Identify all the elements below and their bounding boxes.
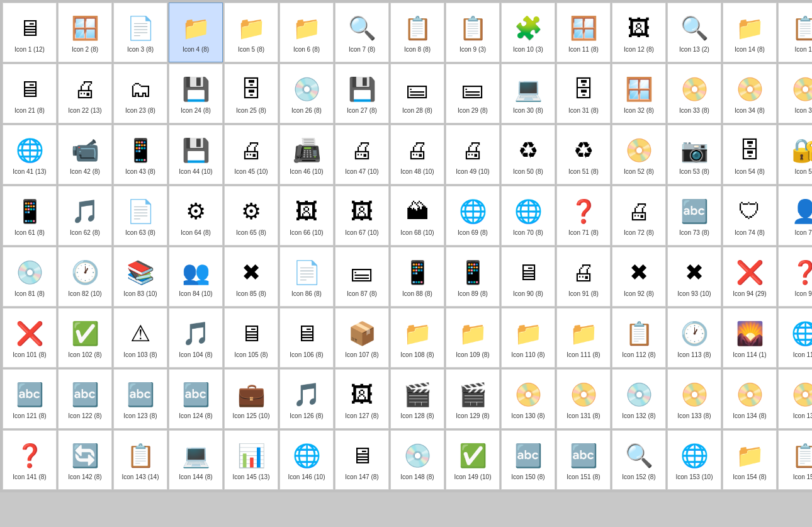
- icon-cell-29[interactable]: 🖴Icon 29 (8): [446, 64, 500, 123]
- icon-cell-128[interactable]: 🎬Icon 128 (8): [390, 369, 444, 429]
- icon-cell-130[interactable]: 📀Icon 130 (8): [501, 369, 555, 429]
- icon-cell-65[interactable]: ⚙Icon 65 (8): [224, 186, 278, 246]
- icon-cell-12[interactable]: 🖼Icon 12 (8): [612, 3, 666, 62]
- icon-cell-42[interactable]: 📹Icon 42 (8): [58, 125, 112, 184]
- icon-cell-146[interactable]: 🌐Icon 146 (10): [279, 430, 334, 490]
- icon-cell-27[interactable]: 💾Icon 27 (8): [335, 64, 389, 123]
- icon-cell-28[interactable]: 🖴Icon 28 (8): [390, 64, 444, 123]
- icon-cell-114[interactable]: 🌄Icon 114 (1): [723, 308, 777, 368]
- icon-cell-111[interactable]: 📁Icon 111 (8): [556, 308, 611, 368]
- icon-cell-63[interactable]: 📄Icon 63 (8): [113, 186, 167, 246]
- icon-cell-10[interactable]: 🧩Icon 10 (3): [501, 3, 555, 62]
- icon-cell-45[interactable]: 🖨Icon 45 (10): [224, 125, 278, 184]
- icon-cell-21[interactable]: 🖥Icon 21 (8): [3, 64, 57, 123]
- icon-cell-8[interactable]: 📋Icon 8 (8): [390, 3, 444, 62]
- icon-cell-43[interactable]: 📱Icon 43 (8): [113, 125, 167, 184]
- icon-cell-69[interactable]: 🌐Icon 69 (8): [446, 186, 500, 246]
- icon-cell-72[interactable]: 🖨Icon 72 (8): [612, 186, 666, 246]
- icon-cell-74[interactable]: 🛡Icon 74 (8): [723, 186, 777, 246]
- icon-cell-112[interactable]: 📋Icon 112 (8): [612, 308, 666, 368]
- icon-cell-55[interactable]: 🔐Icon 55: [778, 125, 812, 184]
- icon-cell-14[interactable]: 📁Icon 14 (8): [723, 3, 777, 62]
- icon-cell-103[interactable]: ⚠Icon 103 (8): [113, 308, 167, 368]
- icon-cell-85[interactable]: ✖Icon 85 (8): [224, 247, 278, 307]
- icon-cell-49[interactable]: 🖨Icon 49 (10): [446, 125, 500, 184]
- icon-cell-147[interactable]: 🖥Icon 147 (8): [335, 430, 389, 490]
- icon-cell-50[interactable]: ♻Icon 50 (8): [501, 125, 555, 184]
- icon-cell-131[interactable]: 📀Icon 131 (8): [556, 369, 611, 429]
- icon-cell-75[interactable]: 👤Icon 75: [778, 186, 812, 246]
- icon-cell-71[interactable]: ❓Icon 71 (8): [556, 186, 611, 246]
- icon-cell-105[interactable]: 🖥Icon 105 (8): [224, 308, 278, 368]
- icon-cell-124[interactable]: 🔤Icon 124 (8): [169, 369, 223, 429]
- icon-cell-90[interactable]: 🖥Icon 90 (8): [501, 247, 555, 307]
- icon-cell-31[interactable]: 🗄Icon 31 (8): [556, 64, 611, 123]
- icon-cell-141[interactable]: ❓Icon 141 (8): [3, 430, 57, 490]
- icon-cell-83[interactable]: 📚Icon 83 (10): [113, 247, 167, 307]
- icon-cell-121[interactable]: 🔤Icon 121 (8): [3, 369, 57, 429]
- icon-cell-70[interactable]: 🌐Icon 70 (8): [501, 186, 555, 246]
- icon-cell-92[interactable]: ✖Icon 92 (8): [612, 247, 666, 307]
- icon-cell-113[interactable]: 🕐Icon 113 (8): [667, 308, 721, 368]
- icon-cell-155[interactable]: 📋Icon 155: [778, 430, 812, 490]
- icon-cell-144[interactable]: 💻Icon 144 (8): [169, 430, 223, 490]
- icon-cell-94[interactable]: ❌Icon 94 (29): [723, 247, 777, 307]
- icon-cell-143[interactable]: 📋Icon 143 (14): [113, 430, 167, 490]
- icon-cell-68[interactable]: 🏔Icon 68 (10): [390, 186, 444, 246]
- icon-cell-1[interactable]: 🖥Icon 1 (12): [3, 3, 57, 62]
- icon-cell-93[interactable]: ✖Icon 93 (10): [667, 247, 721, 307]
- icon-cell-89[interactable]: 📱Icon 89 (8): [446, 247, 500, 307]
- icon-cell-26[interactable]: 💿Icon 26 (8): [279, 64, 334, 123]
- icon-cell-135[interactable]: 📀Icon 135: [778, 369, 812, 429]
- icon-cell-108[interactable]: 📁Icon 108 (8): [390, 308, 444, 368]
- icon-cell-150[interactable]: 🔤Icon 150 (8): [501, 430, 555, 490]
- icon-cell-24[interactable]: 💾Icon 24 (8): [169, 64, 223, 123]
- icon-cell-81[interactable]: 💿Icon 81 (8): [3, 247, 57, 307]
- icon-cell-66[interactable]: 🖼Icon 66 (10): [279, 186, 334, 246]
- icon-cell-33[interactable]: 📀Icon 33 (8): [667, 64, 721, 123]
- icon-cell-148[interactable]: 💿Icon 148 (8): [390, 430, 444, 490]
- icon-cell-34[interactable]: 📀Icon 34 (8): [723, 64, 777, 123]
- icon-cell-115[interactable]: 🌐Icon 115: [778, 308, 812, 368]
- icon-cell-129[interactable]: 🎬Icon 129 (8): [446, 369, 500, 429]
- icon-cell-23[interactable]: 🗂Icon 23 (8): [113, 64, 167, 123]
- icon-cell-54[interactable]: 🗄Icon 54 (8): [723, 125, 777, 184]
- icon-cell-9[interactable]: 📋Icon 9 (3): [446, 3, 500, 62]
- icon-cell-32[interactable]: 🪟Icon 32 (8): [612, 64, 666, 123]
- icon-cell-13[interactable]: 🔍Icon 13 (2): [667, 3, 721, 62]
- icon-cell-95[interactable]: ❓Icon 95: [778, 247, 812, 307]
- icon-cell-134[interactable]: 📀Icon 134 (8): [723, 369, 777, 429]
- icon-cell-84[interactable]: 👥Icon 84 (10): [169, 247, 223, 307]
- icon-cell-35[interactable]: 📀Icon 35: [778, 64, 812, 123]
- icon-cell-91[interactable]: 🖨Icon 91 (8): [556, 247, 611, 307]
- icon-cell-127[interactable]: 🖼Icon 127 (8): [335, 369, 389, 429]
- icon-cell-2[interactable]: 🪟Icon 2 (8): [58, 3, 112, 62]
- icon-cell-4[interactable]: 📁Icon 4 (8): [169, 3, 223, 62]
- icon-cell-122[interactable]: 🔤Icon 122 (8): [58, 369, 112, 429]
- icon-cell-62[interactable]: 🎵Icon 62 (8): [58, 186, 112, 246]
- icon-cell-25[interactable]: 🗄Icon 25 (8): [224, 64, 278, 123]
- icon-cell-64[interactable]: ⚙Icon 64 (8): [169, 186, 223, 246]
- icon-cell-44[interactable]: 💾Icon 44 (10): [169, 125, 223, 184]
- icon-cell-151[interactable]: 🔤Icon 151 (8): [556, 430, 611, 490]
- icon-cell-126[interactable]: 🎵Icon 126 (8): [279, 369, 334, 429]
- icon-cell-53[interactable]: 📷Icon 53 (8): [667, 125, 721, 184]
- icon-cell-87[interactable]: 🖴Icon 87 (8): [335, 247, 389, 307]
- icon-cell-152[interactable]: 🔍Icon 152 (8): [612, 430, 666, 490]
- icon-cell-109[interactable]: 📁Icon 109 (8): [446, 308, 500, 368]
- icon-cell-47[interactable]: 🖨Icon 47 (10): [335, 125, 389, 184]
- icon-cell-142[interactable]: 🔄Icon 142 (8): [58, 430, 112, 490]
- icon-cell-86[interactable]: 📄Icon 86 (8): [279, 247, 334, 307]
- icon-cell-82[interactable]: 🕐Icon 82 (10): [58, 247, 112, 307]
- icon-cell-6[interactable]: 📁Icon 6 (8): [279, 3, 334, 62]
- icon-cell-88[interactable]: 📱Icon 88 (8): [390, 247, 444, 307]
- icon-cell-107[interactable]: 📦Icon 107 (8): [335, 308, 389, 368]
- icon-cell-67[interactable]: 🖼Icon 67 (10): [335, 186, 389, 246]
- icon-cell-11[interactable]: 🪟Icon 11 (8): [556, 3, 611, 62]
- icon-cell-145[interactable]: 📊Icon 145 (13): [224, 430, 278, 490]
- icon-cell-52[interactable]: 📀Icon 52 (8): [612, 125, 666, 184]
- icon-cell-41[interactable]: 🌐Icon 41 (13): [3, 125, 57, 184]
- icon-cell-7[interactable]: 🔍Icon 7 (8): [335, 3, 389, 62]
- icon-cell-48[interactable]: 🖨Icon 48 (10): [390, 125, 444, 184]
- icon-cell-5[interactable]: 📁Icon 5 (8): [224, 3, 278, 62]
